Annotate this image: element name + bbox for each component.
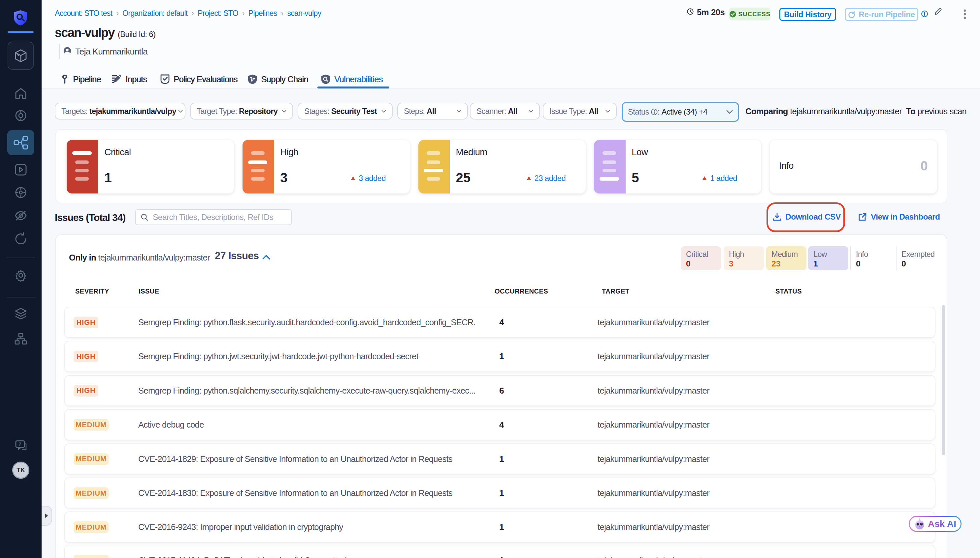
svg-text:?: ? <box>18 441 21 447</box>
